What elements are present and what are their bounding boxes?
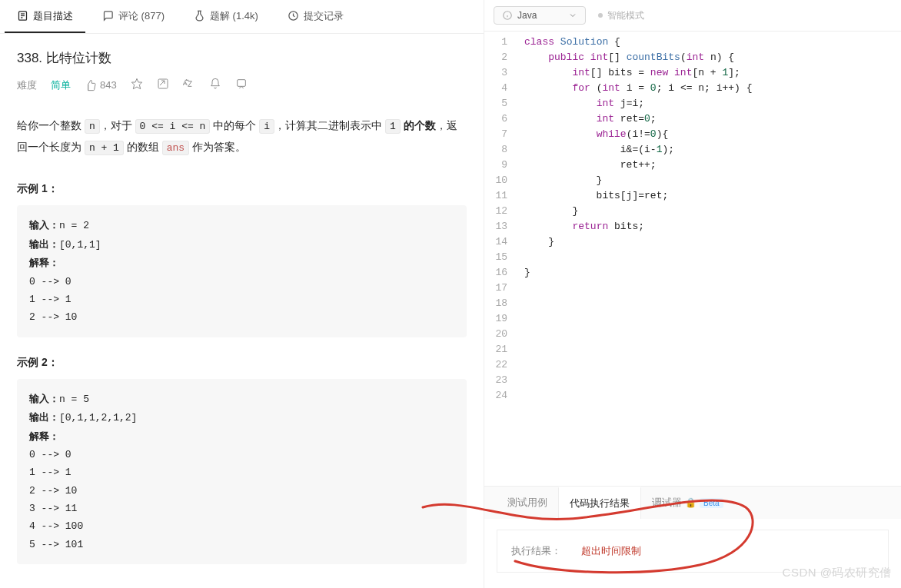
- share-icon: [157, 78, 169, 90]
- tab-comments-label: 评论 (877): [118, 9, 165, 23]
- line-number-gutter: 123456789101112131415161718192021222324: [484, 35, 517, 486]
- difficulty-value: 简单: [51, 78, 71, 92]
- like-button[interactable]: 843: [85, 79, 117, 91]
- ai-dot-icon: [598, 13, 603, 18]
- translate-button[interactable]: [183, 78, 195, 92]
- result-box: 执行结果： 超出时间限制: [497, 530, 889, 573]
- difficulty-label: 难度: [17, 78, 37, 92]
- language-select[interactable]: Java: [494, 6, 586, 25]
- console-tabs: 测试用例 代码执行结果 调试器 🔒 Beta: [484, 487, 901, 519]
- editor-toolbar: Java 智能模式: [484, 0, 901, 32]
- example-1-box: 输入：n = 2 输出：[0,1,1] 解释： 0 --> 0 1 --> 1 …: [17, 205, 467, 337]
- example-2-title: 示例 2：: [17, 356, 467, 370]
- bell-icon: [209, 78, 221, 90]
- svg-rect-8: [237, 80, 245, 87]
- feedback-button[interactable]: [235, 78, 248, 92]
- code-editor[interactable]: 123456789101112131415161718192021222324 …: [484, 32, 901, 486]
- comments-icon: [102, 10, 114, 22]
- problem-number: 338.: [17, 51, 42, 65]
- notify-button[interactable]: [209, 78, 221, 92]
- star-icon: [131, 78, 143, 90]
- code-content[interactable]: class Solution { public int[] countBits(…: [517, 35, 753, 486]
- tab-solutions[interactable]: 题解 (1.4k): [181, 0, 271, 33]
- tab-comments[interactable]: 评论 (877): [90, 0, 177, 33]
- feedback-icon: [235, 78, 248, 90]
- like-count: 843: [100, 79, 117, 91]
- beta-badge: Beta: [700, 498, 723, 508]
- star-button[interactable]: [131, 78, 143, 92]
- console-tab-testcase[interactable]: 测试用例: [497, 487, 558, 519]
- tab-history-label: 提交记录: [304, 9, 344, 23]
- console-panel: 测试用例 代码执行结果 调试器 🔒 Beta 执行结果： 超出时间限制: [484, 486, 901, 588]
- example-1-title: 示例 1：: [17, 182, 467, 196]
- lock-icon: 🔒: [685, 497, 697, 508]
- tab-solutions-label: 题解 (1.4k): [210, 9, 258, 23]
- translate-icon: [183, 78, 195, 90]
- chevron-down-icon: [568, 11, 577, 20]
- result-value: 超出时间限制: [581, 545, 641, 556]
- ai-mode-toggle[interactable]: 智能模式: [598, 9, 644, 22]
- tab-history[interactable]: 提交记录: [275, 0, 356, 33]
- ai-mode-label: 智能模式: [607, 9, 644, 22]
- result-label: 执行结果：: [511, 545, 561, 556]
- svg-marker-6: [131, 78, 141, 88]
- tab-description-label: 题目描述: [33, 9, 73, 23]
- info-icon: [502, 10, 513, 21]
- language-label: Java: [517, 10, 537, 21]
- problem-meta: 难度 简单 843: [17, 78, 467, 92]
- history-icon: [288, 10, 299, 22]
- tab-description[interactable]: 题目描述: [5, 0, 85, 33]
- problem-tabs: 题目描述 评论 (877) 题解 (1.4k) 提交记录: [0, 0, 484, 34]
- problem-title: 338. 比特位计数: [17, 49, 467, 67]
- share-button[interactable]: [157, 78, 169, 92]
- problem-content: 338. 比特位计数 难度 简单 843 给你一个整数 n，对于 0 <= i …: [0, 34, 484, 588]
- console-tab-result[interactable]: 代码执行结果: [558, 487, 641, 519]
- console-tab-debugger[interactable]: 调试器 🔒 Beta: [641, 487, 734, 519]
- problem-title-text: 比特位计数: [46, 51, 111, 65]
- problem-description: 给你一个整数 n，对于 0 <= i <= n 中的每个 i，计算其二进制表示中…: [17, 115, 467, 158]
- solutions-icon: [194, 10, 205, 22]
- thumbs-up-icon: [85, 79, 97, 91]
- example-2-box: 输入：n = 5 输出：[0,1,1,2,1,2] 解释： 0 --> 0 1 …: [17, 379, 467, 565]
- description-icon: [17, 10, 28, 22]
